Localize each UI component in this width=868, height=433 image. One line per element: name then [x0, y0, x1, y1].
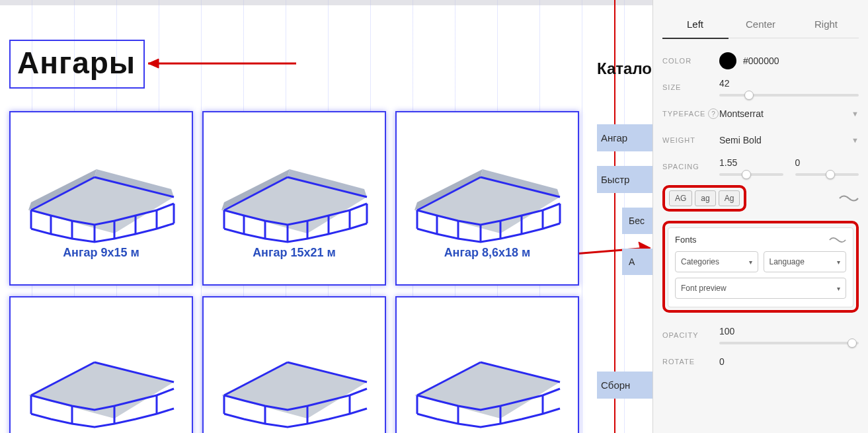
catalog-item[interactable]: Быстр: [597, 166, 652, 193]
chevron-down-icon: ▼: [851, 136, 859, 144]
row-size: SIZE 42: [662, 74, 859, 100]
chevron-down-icon: ▾: [837, 258, 840, 266]
page-title[interactable]: Ангары: [9, 40, 145, 89]
label-spacing: SPACING: [662, 163, 719, 171]
letter-spacing-value[interactable]: 0: [795, 157, 859, 168]
size-slider[interactable]: [719, 94, 859, 97]
product-illustration: [15, 118, 187, 243]
catalog-item[interactable]: Ангар: [597, 124, 652, 151]
row-color: COLOR #000000: [662, 48, 859, 74]
row-opacity: OPACITY 100: [662, 322, 859, 348]
svg-marker-43: [28, 362, 174, 418]
annotation-arrow-title: [139, 56, 297, 71]
chevron-down-icon: ▾: [837, 285, 840, 292]
case-upper-button[interactable]: AG: [669, 190, 692, 206]
weight-select[interactable]: Semi Bold ▼: [719, 135, 859, 145]
chevron-down-icon: ▾: [749, 258, 752, 266]
product-card[interactable]: Ангар 15х21 м: [202, 111, 386, 286]
svg-marker-1: [148, 59, 159, 68]
product-card[interactable]: [9, 296, 193, 433]
catalog-sidebar: Катало Ангар Быстр Бес А Т Х Сборн Ангар: [597, 59, 652, 433]
product-illustration: [401, 303, 573, 428]
tab-align-right[interactable]: Right: [793, 9, 859, 38]
opacity-value[interactable]: 100: [719, 326, 859, 336]
label-weight: WEIGHT: [662, 136, 719, 144]
editor-canvas[interactable]: Ангары: [0, 0, 652, 433]
product-card[interactable]: Ангар 8,6х18 м: [395, 111, 579, 286]
product-card[interactable]: [202, 296, 386, 433]
opacity-slider[interactable]: [719, 342, 859, 344]
slider-thumb[interactable]: [744, 91, 754, 100]
catalog-title: Катало: [597, 59, 652, 78]
tab-align-left[interactable]: Left: [662, 9, 728, 38]
row-spacing: SPACING 1.55 0: [662, 153, 859, 180]
product-label: Ангар 15х21 м: [253, 246, 336, 260]
annotation-highlight-case: AG ag Ag: [662, 185, 746, 212]
line-spacing-value[interactable]: 1.55: [719, 157, 783, 168]
help-icon[interactable]: ?: [708, 108, 719, 119]
label-opacity: OPACITY: [662, 331, 719, 339]
slider-thumb[interactable]: [742, 170, 751, 179]
properties-panel: Left Center Right COLOR #000000 SIZE 42 …: [652, 0, 868, 433]
fonts-categories-select[interactable]: Categories▾: [675, 251, 758, 272]
product-label: Ангар 8,6х18 м: [444, 246, 531, 260]
label-rotate: ROTATE: [662, 358, 719, 366]
fonts-panel: Fonts Categories▾ Language▾ Font preview…: [668, 227, 853, 307]
tab-underline: [662, 38, 859, 38]
svg-marker-57: [414, 362, 560, 418]
product-illustration: [15, 303, 187, 428]
label-size: SIZE: [662, 83, 719, 91]
row-text-case: AG ag Ag: [662, 180, 859, 221]
product-illustration: [208, 303, 380, 428]
catalog-item[interactable]: Сборн: [597, 372, 652, 399]
warp-icon[interactable]: [829, 235, 846, 245]
product-illustration: [401, 118, 573, 243]
product-card[interactable]: [395, 296, 579, 433]
annotation-highlight-fonts: Fonts Categories▾ Language▾ Font preview…: [662, 221, 859, 313]
slider-thumb[interactable]: [826, 170, 835, 179]
product-label: Ангар 9х15 м: [63, 246, 139, 260]
case-lower-button[interactable]: ag: [695, 190, 715, 206]
svg-marker-50: [221, 362, 367, 418]
font-preview-select[interactable]: Font preview▾: [675, 278, 846, 299]
catalog-item[interactable]: А: [622, 249, 652, 275]
row-rotate: ROTATE 0: [662, 348, 859, 375]
line-spacing-slider[interactable]: [719, 173, 783, 176]
product-card[interactable]: Ангар 9х15 м: [9, 111, 193, 286]
align-tabs: Left Center Right: [662, 5, 859, 38]
catalog-item[interactable]: Бес: [622, 208, 652, 234]
row-weight: WEIGHT Semi Bold ▼: [662, 127, 859, 153]
chevron-down-icon: ▼: [851, 110, 859, 118]
typeface-select[interactable]: Montserrat ▼: [719, 108, 859, 119]
fonts-title: Fonts: [675, 235, 697, 245]
color-swatch[interactable]: [719, 52, 736, 69]
slider-thumb[interactable]: [848, 338, 857, 348]
product-grid: Ангар 9х15 м Ангар 15х21 м: [9, 111, 579, 433]
label-typeface: TYPEFACE?: [662, 108, 719, 119]
row-typeface: TYPEFACE? Montserrat ▼: [662, 100, 859, 127]
label-color: COLOR: [662, 57, 719, 65]
color-hex[interactable]: #000000: [743, 56, 779, 66]
product-illustration: [208, 118, 380, 243]
letter-spacing-slider[interactable]: [795, 173, 859, 176]
warp-icon[interactable]: [839, 193, 859, 204]
rotate-value[interactable]: 0: [719, 356, 725, 367]
tab-align-center[interactable]: Center: [728, 9, 793, 38]
size-value[interactable]: 42: [719, 78, 859, 89]
fonts-language-select[interactable]: Language▾: [764, 251, 847, 272]
case-title-button[interactable]: Ag: [719, 190, 740, 206]
